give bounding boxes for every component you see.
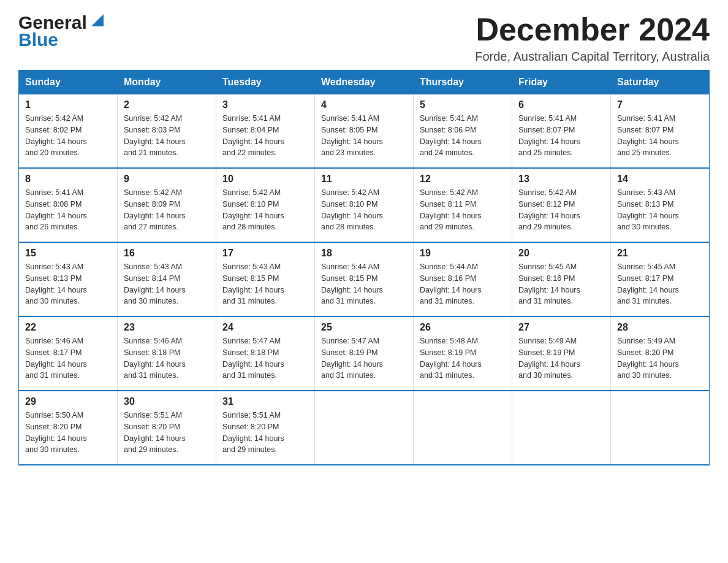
calendar-cell: 31 Sunrise: 5:51 AMSunset: 8:20 PMDaylig… — [216, 391, 315, 465]
day-info: Sunrise: 5:49 AMSunset: 8:19 PMDaylight:… — [518, 337, 580, 380]
day-number: 16 — [124, 248, 210, 259]
day-info: Sunrise: 5:41 AMSunset: 8:06 PMDaylight:… — [420, 114, 482, 157]
day-number: 26 — [420, 322, 506, 333]
day-info: Sunrise: 5:42 AMSunset: 8:02 PMDaylight:… — [25, 114, 87, 157]
calendar-cell: 19 Sunrise: 5:44 AMSunset: 8:16 PMDaylig… — [414, 242, 512, 316]
calendar-cell: 28 Sunrise: 5:49 AMSunset: 8:20 PMDaylig… — [611, 316, 710, 391]
day-info: Sunrise: 5:50 AMSunset: 8:20 PMDaylight:… — [25, 411, 87, 454]
day-number: 23 — [124, 322, 210, 333]
header-thursday: Thursday — [414, 71, 512, 94]
calendar-cell: 17 Sunrise: 5:43 AMSunset: 8:15 PMDaylig… — [216, 242, 315, 316]
day-info: Sunrise: 5:43 AMSunset: 8:13 PMDaylight:… — [25, 262, 87, 305]
day-number: 18 — [321, 248, 407, 259]
header-tuesday: Tuesday — [216, 71, 315, 94]
calendar-cell: 7 Sunrise: 5:41 AMSunset: 8:07 PMDayligh… — [611, 94, 710, 169]
header-monday: Monday — [118, 71, 216, 94]
day-info: Sunrise: 5:43 AMSunset: 8:15 PMDaylight:… — [222, 262, 284, 305]
day-number: 14 — [617, 174, 703, 185]
day-info: Sunrise: 5:51 AMSunset: 8:20 PMDaylight:… — [124, 411, 186, 454]
day-number: 9 — [124, 174, 210, 185]
calendar-cell: 10 Sunrise: 5:42 AMSunset: 8:10 PMDaylig… — [216, 168, 315, 242]
day-number: 22 — [25, 322, 111, 333]
calendar-cell: 15 Sunrise: 5:43 AMSunset: 8:13 PMDaylig… — [19, 242, 118, 316]
week-row-5: 29 Sunrise: 5:50 AMSunset: 8:20 PMDaylig… — [19, 391, 710, 465]
day-number: 5 — [420, 99, 506, 110]
calendar-cell — [512, 391, 611, 465]
week-row-4: 22 Sunrise: 5:46 AMSunset: 8:17 PMDaylig… — [19, 316, 710, 391]
day-info: Sunrise: 5:41 AMSunset: 8:04 PMDaylight:… — [222, 114, 284, 157]
day-info: Sunrise: 5:49 AMSunset: 8:20 PMDaylight:… — [617, 337, 679, 380]
header-wednesday: Wednesday — [315, 71, 414, 94]
day-number: 29 — [25, 396, 111, 407]
calendar-cell: 24 Sunrise: 5:47 AMSunset: 8:18 PMDaylig… — [216, 316, 315, 391]
day-number: 15 — [25, 248, 111, 259]
week-row-1: 1 Sunrise: 5:42 AMSunset: 8:02 PMDayligh… — [19, 94, 710, 169]
location-title: Forde, Australian Capital Territory, Aus… — [475, 50, 710, 64]
day-number: 3 — [222, 99, 308, 110]
calendar-header: Sunday Monday Tuesday Wednesday Thursday… — [19, 71, 710, 94]
day-number: 2 — [124, 99, 210, 110]
svg-marker-0 — [91, 14, 104, 26]
logo: General Blue — [18, 12, 107, 50]
logo-blue-text: Blue — [18, 29, 58, 50]
day-info: Sunrise: 5:41 AMSunset: 8:05 PMDaylight:… — [321, 114, 383, 157]
day-info: Sunrise: 5:47 AMSunset: 8:18 PMDaylight:… — [222, 337, 284, 380]
day-info: Sunrise: 5:43 AMSunset: 8:13 PMDaylight:… — [617, 188, 679, 231]
day-info: Sunrise: 5:42 AMSunset: 8:10 PMDaylight:… — [321, 188, 383, 231]
day-info: Sunrise: 5:43 AMSunset: 8:14 PMDaylight:… — [124, 262, 186, 305]
days-of-week-row: Sunday Monday Tuesday Wednesday Thursday… — [19, 71, 710, 94]
calendar-cell — [315, 391, 414, 465]
day-number: 28 — [617, 322, 703, 333]
calendar-cell: 23 Sunrise: 5:46 AMSunset: 8:18 PMDaylig… — [118, 316, 216, 391]
calendar-cell — [611, 391, 710, 465]
day-info: Sunrise: 5:41 AMSunset: 8:07 PMDaylight:… — [617, 114, 679, 157]
calendar-cell: 12 Sunrise: 5:42 AMSunset: 8:11 PMDaylig… — [414, 168, 512, 242]
day-number: 4 — [321, 99, 407, 110]
week-row-2: 8 Sunrise: 5:41 AMSunset: 8:08 PMDayligh… — [19, 168, 710, 242]
day-info: Sunrise: 5:41 AMSunset: 8:07 PMDaylight:… — [518, 114, 580, 157]
day-info: Sunrise: 5:42 AMSunset: 8:09 PMDaylight:… — [124, 188, 186, 231]
day-info: Sunrise: 5:46 AMSunset: 8:18 PMDaylight:… — [124, 337, 186, 380]
header-saturday: Saturday — [611, 71, 710, 94]
calendar-cell: 3 Sunrise: 5:41 AMSunset: 8:04 PMDayligh… — [216, 94, 315, 169]
calendar-cell: 5 Sunrise: 5:41 AMSunset: 8:06 PMDayligh… — [414, 94, 512, 169]
day-info: Sunrise: 5:51 AMSunset: 8:20 PMDaylight:… — [222, 411, 284, 454]
day-number: 20 — [518, 248, 604, 259]
day-info: Sunrise: 5:42 AMSunset: 8:11 PMDaylight:… — [420, 188, 482, 231]
calendar-cell: 1 Sunrise: 5:42 AMSunset: 8:02 PMDayligh… — [19, 94, 118, 169]
page-header: General Blue December 2024 Forde, Austra… — [18, 12, 710, 64]
day-number: 24 — [222, 322, 308, 333]
day-number: 8 — [25, 174, 111, 185]
calendar-cell: 16 Sunrise: 5:43 AMSunset: 8:14 PMDaylig… — [118, 242, 216, 316]
calendar-cell: 11 Sunrise: 5:42 AMSunset: 8:10 PMDaylig… — [315, 168, 414, 242]
header-sunday: Sunday — [19, 71, 118, 94]
calendar-cell: 8 Sunrise: 5:41 AMSunset: 8:08 PMDayligh… — [19, 168, 118, 242]
header-friday: Friday — [512, 71, 611, 94]
calendar-cell: 13 Sunrise: 5:42 AMSunset: 8:12 PMDaylig… — [512, 168, 611, 242]
day-info: Sunrise: 5:42 AMSunset: 8:03 PMDaylight:… — [124, 114, 186, 157]
day-info: Sunrise: 5:48 AMSunset: 8:19 PMDaylight:… — [420, 337, 482, 380]
day-info: Sunrise: 5:45 AMSunset: 8:17 PMDaylight:… — [617, 262, 679, 305]
calendar-body: 1 Sunrise: 5:42 AMSunset: 8:02 PMDayligh… — [19, 94, 710, 465]
calendar-cell: 30 Sunrise: 5:51 AMSunset: 8:20 PMDaylig… — [118, 391, 216, 465]
day-number: 17 — [222, 248, 308, 259]
day-number: 21 — [617, 248, 703, 259]
calendar-cell: 14 Sunrise: 5:43 AMSunset: 8:13 PMDaylig… — [611, 168, 710, 242]
day-number: 7 — [617, 99, 703, 110]
calendar-table: Sunday Monday Tuesday Wednesday Thursday… — [18, 70, 710, 465]
calendar-cell: 26 Sunrise: 5:48 AMSunset: 8:19 PMDaylig… — [414, 316, 512, 391]
day-info: Sunrise: 5:47 AMSunset: 8:19 PMDaylight:… — [321, 337, 383, 380]
day-number: 13 — [518, 174, 604, 185]
day-info: Sunrise: 5:44 AMSunset: 8:16 PMDaylight:… — [420, 262, 482, 305]
calendar-cell: 2 Sunrise: 5:42 AMSunset: 8:03 PMDayligh… — [118, 94, 216, 169]
day-number: 12 — [420, 174, 506, 185]
logo-triangle-icon — [88, 11, 107, 29]
week-row-3: 15 Sunrise: 5:43 AMSunset: 8:13 PMDaylig… — [19, 242, 710, 316]
day-number: 11 — [321, 174, 407, 185]
calendar-cell: 6 Sunrise: 5:41 AMSunset: 8:07 PMDayligh… — [512, 94, 611, 169]
day-number: 10 — [222, 174, 308, 185]
day-info: Sunrise: 5:44 AMSunset: 8:15 PMDaylight:… — [321, 262, 383, 305]
calendar-cell: 25 Sunrise: 5:47 AMSunset: 8:19 PMDaylig… — [315, 316, 414, 391]
day-info: Sunrise: 5:46 AMSunset: 8:17 PMDaylight:… — [25, 337, 87, 380]
month-title: December 2024 — [475, 12, 710, 47]
